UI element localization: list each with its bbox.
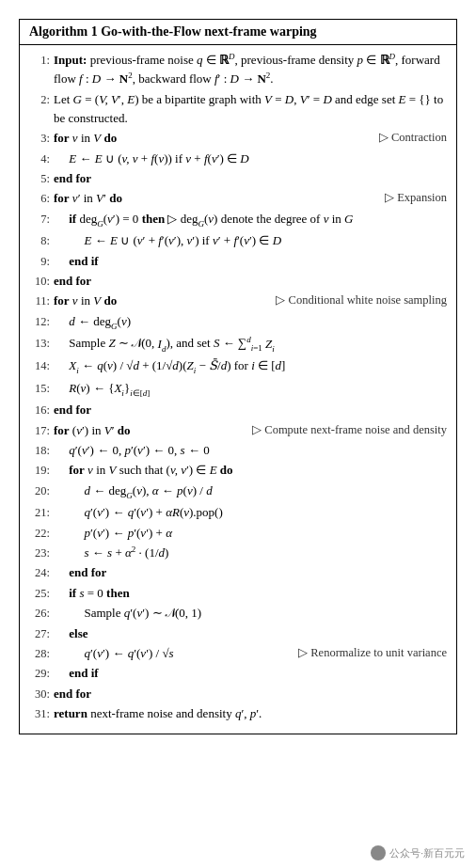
line-number: 30: xyxy=(29,685,50,703)
line-content: Input: previous-frame noise q ∈ ℝD, prev… xyxy=(54,51,447,89)
line-content: q′(v′) ← 0, p′(v′) ← 0, s ← 0 xyxy=(54,441,447,460)
algorithm-line: 18: q′(v′) ← 0, p′(v′) ← 0, s ← 0 xyxy=(29,441,447,460)
algorithm-line: 7: if degG(v′) = 0 then ▷ degG(v) denote… xyxy=(29,210,447,231)
algorithm-line: 9: end if xyxy=(29,252,447,271)
line-content: E ← E ∪ (v′ + f′(v′), v′) if v′ + f′(v′)… xyxy=(54,231,447,250)
algorithm-line: 4: E ← E ∪ (v, v + f(v)) if v + f(v′) ∈ … xyxy=(29,150,447,168)
line-number: 20: xyxy=(29,481,50,500)
line-number: 14: xyxy=(29,356,50,375)
line-comment: ▷ Expansion xyxy=(385,189,447,207)
line-content: E ← E ∪ (v, v + f(v)) if v + f(v′) ∈ D xyxy=(54,150,447,168)
watermark: 公众号·新百元元 xyxy=(371,845,465,860)
line-content: end for xyxy=(54,563,447,582)
algorithm-title: Algorithm 1 Go-with-the-Flow next-frame … xyxy=(29,24,317,39)
line-content: else xyxy=(54,624,447,643)
line-content: for v in V such that (v, v′) ∈ E do xyxy=(54,461,447,480)
line-number: 28: xyxy=(29,644,50,663)
line-number: 22: xyxy=(29,524,50,543)
algorithm-line: 6:for v′ in V′ do▷ Expansion xyxy=(29,189,447,208)
page-container: Algorithm 1 Go-with-the-Flow next-frame … xyxy=(0,0,476,868)
line-number: 29: xyxy=(29,664,50,683)
algorithm-line: 13: Sample Z ∼ 𝒩(0, Id), and set S ← ∑di… xyxy=(29,334,447,355)
algorithm-line: 27: else xyxy=(29,624,447,643)
line-number: 10: xyxy=(29,272,50,291)
line-content: end for xyxy=(54,401,447,419)
line-content: s ← s + α2 · (1/d) xyxy=(54,544,447,562)
line-content: q′(v′) ← q′(v′) + αR(v).pop() xyxy=(54,503,447,522)
line-number: 24: xyxy=(29,563,50,582)
line-comment: ▷ Conditional white noise sampling xyxy=(276,292,447,309)
line-number: 13: xyxy=(29,334,50,353)
line-number: 16: xyxy=(29,401,50,419)
line-content: Sample Z ∼ 𝒩(0, Id), and set S ← ∑di=1 Z… xyxy=(54,334,447,355)
algorithm-line: 28: q′(v′) ← q′(v′) / √s▷ Renormalize to… xyxy=(29,644,447,663)
algorithm-line: 20: d ← degG(v), α ← p(v) / d xyxy=(29,481,447,503)
line-number: 4: xyxy=(29,150,50,168)
watermark-text: 公众号·新百元元 xyxy=(389,846,465,860)
line-number: 31: xyxy=(29,704,50,723)
algorithm-body: 1:Input: previous-frame noise q ∈ ℝD, pr… xyxy=(20,45,456,734)
line-number: 17: xyxy=(29,421,50,440)
line-content: end for xyxy=(54,685,447,703)
line-content: d ← degG(v), α ← p(v) / d xyxy=(54,481,447,503)
line-number: 21: xyxy=(29,503,50,522)
algorithm-box: Algorithm 1 Go-with-the-Flow next-frame … xyxy=(19,19,457,734)
algorithm-line: 15: R(v) ← {Xi}i∈[d] xyxy=(29,379,447,401)
algorithm-line: 19: for v in V such that (v, v′) ∈ E do xyxy=(29,461,447,480)
line-number: 12: xyxy=(29,312,50,331)
line-number: 11: xyxy=(29,292,50,310)
line-number: 7: xyxy=(29,210,50,229)
algorithm-line: 1:Input: previous-frame noise q ∈ ℝD, pr… xyxy=(29,51,447,89)
algorithm-line: 16:end for xyxy=(29,401,447,419)
line-content: return next-frame noise and density q′, … xyxy=(54,704,447,723)
algorithm-line: 24: end for xyxy=(29,563,447,582)
line-number: 27: xyxy=(29,624,50,643)
line-comment: ▷ Renormalize to unit variance xyxy=(298,644,447,662)
line-number: 6: xyxy=(29,189,50,208)
algorithm-line: 5:end for xyxy=(29,169,447,188)
line-number: 2: xyxy=(29,90,50,109)
line-number: 18: xyxy=(29,441,50,460)
line-content: end for xyxy=(54,169,447,188)
algorithm-line: 14: Xi ← q(v) / √d + (1/√d)(Zi − S̄/d) f… xyxy=(29,356,447,378)
line-number: 1: xyxy=(29,51,50,70)
line-number: 25: xyxy=(29,584,50,603)
algorithm-line: 30:end for xyxy=(29,685,447,703)
line-number: 19: xyxy=(29,461,50,480)
algorithm-line: 2:Let G = (V, V′, E) be a bipartite grap… xyxy=(29,90,447,128)
algorithm-line: 11:for v in V do▷ Conditional white nois… xyxy=(29,292,447,310)
line-content: Xi ← q(v) / √d + (1/√d)(Zi − S̄/d) for i… xyxy=(54,356,447,378)
algorithm-line: 22: p′(v′) ← p′(v′) + α xyxy=(29,524,447,543)
algorithm-header: Algorithm 1 Go-with-the-Flow next-frame … xyxy=(20,20,456,45)
line-number: 8: xyxy=(29,231,50,250)
algorithm-line: 25: if s = 0 then xyxy=(29,584,447,603)
algorithm-line: 10:end for xyxy=(29,272,447,291)
line-number: 3: xyxy=(29,129,50,148)
watermark-icon xyxy=(371,845,386,860)
algorithm-line: 8: E ← E ∪ (v′ + f′(v′), v′) if v′ + f′(… xyxy=(29,231,447,250)
line-number: 15: xyxy=(29,379,50,398)
algorithm-line: 12: d ← degG(v) xyxy=(29,312,447,334)
line-content: end if xyxy=(54,252,447,271)
line-content: end if xyxy=(54,664,447,683)
line-content: d ← degG(v) xyxy=(54,312,447,334)
line-content: Let G = (V, V′, E) be a bipartite graph … xyxy=(54,90,447,128)
line-content: Sample q′(v′) ∼ 𝒩(0, 1) xyxy=(54,604,447,623)
line-comment: ▷ Contraction xyxy=(379,129,447,147)
line-comment: ▷ Compute next-frame noise and density xyxy=(252,421,447,439)
line-number: 5: xyxy=(29,169,50,188)
algorithm-line: 23: s ← s + α2 · (1/d) xyxy=(29,544,447,562)
line-content: end for xyxy=(54,272,447,291)
algorithm-line: 26: Sample q′(v′) ∼ 𝒩(0, 1) xyxy=(29,604,447,623)
algorithm-line: 29: end if xyxy=(29,664,447,683)
line-number: 23: xyxy=(29,544,50,562)
line-content: if degG(v′) = 0 then ▷ degG(v) denote th… xyxy=(54,210,447,231)
line-number: 26: xyxy=(29,604,50,623)
algorithm-line: 31:return next-frame noise and density q… xyxy=(29,704,447,723)
line-number: 9: xyxy=(29,252,50,271)
algorithm-line: 3:for v in V do▷ Contraction xyxy=(29,129,447,148)
algorithm-line: 21: q′(v′) ← q′(v′) + αR(v).pop() xyxy=(29,503,447,522)
algorithm-line: 17:for (v′) in V′ do▷ Compute next-frame… xyxy=(29,421,447,440)
line-content: R(v) ← {Xi}i∈[d] xyxy=(54,379,447,401)
line-content: p′(v′) ← p′(v′) + α xyxy=(54,524,447,543)
